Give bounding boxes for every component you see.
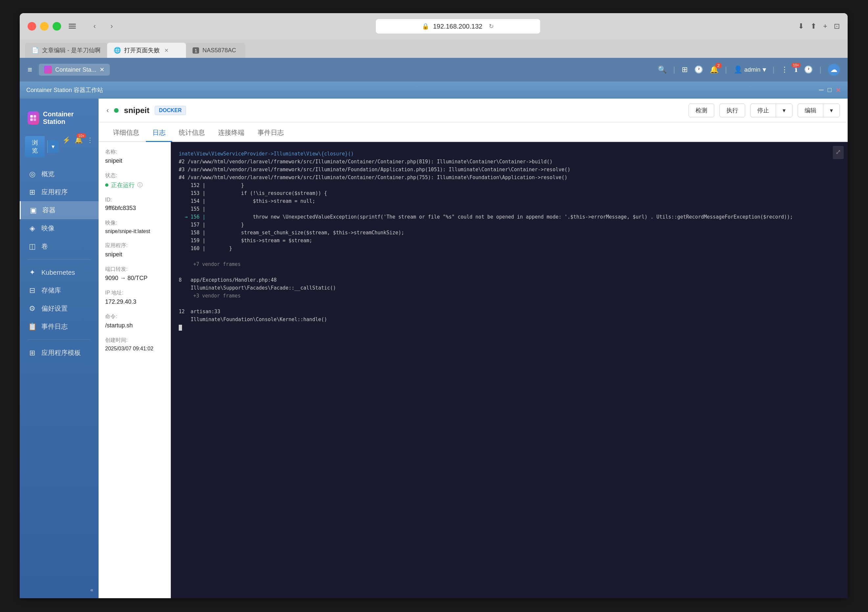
edit-chevron-button[interactable]: ▾ <box>823 104 840 117</box>
tab-terminal[interactable]: 连接终端 <box>212 124 251 142</box>
info-icon[interactable]: ℹ 10+ <box>795 65 797 74</box>
svg-rect-0 <box>69 24 76 25</box>
stop-chevron-button[interactable]: ▾ <box>776 104 792 117</box>
field-ip: IP 地址: 172.29.40.3 <box>105 290 164 305</box>
app-value: snipeit <box>105 251 164 258</box>
sidebar-item-eventlog[interactable]: 📋 事件日志 <box>20 317 99 336</box>
clock-icon[interactable]: 🕐 <box>804 65 813 74</box>
traffic-lights <box>28 22 61 31</box>
forward-button[interactable]: › <box>106 20 118 32</box>
edit-button[interactable]: 编辑 <box>798 104 823 117</box>
sidebar-item-preferences[interactable]: ⚙ 偏好设置 <box>20 300 99 317</box>
browser-tab-1[interactable]: 📄 文章编辑 - 是羊刀仙啊 <box>25 43 107 58</box>
new-tab-icon[interactable]: + <box>823 22 827 31</box>
browse-chevron-button[interactable]: ▾ <box>47 140 59 153</box>
ip-label: IP 地址: <box>105 290 164 297</box>
sidebar-item-volumes[interactable]: ◫ 卷 <box>20 237 99 255</box>
restore-button[interactable]: □ <box>828 86 832 94</box>
preferences-icon: ⚙ <box>28 304 37 313</box>
history-icon[interactable]: 🕐 <box>694 65 703 74</box>
collapse-icon: « <box>90 587 93 593</box>
edit-button-group: 编辑 ▾ <box>798 104 840 117</box>
download-icon[interactable]: ⬇ <box>798 22 804 31</box>
svg-rect-6 <box>34 118 36 121</box>
tab-stats[interactable]: 统计信息 <box>172 124 212 142</box>
app-tab-close[interactable]: ✕ <box>99 66 104 73</box>
close-traffic-light[interactable] <box>28 22 36 31</box>
browse-button[interactable]: 浏览 <box>25 136 45 157</box>
field-image: 映像: snipe/snipe-it:latest <box>105 219 164 235</box>
stop-button[interactable]: 停止 <box>750 104 776 117</box>
sidebar-item-kubernetes[interactable]: ✦ Kubernetes <box>20 264 99 281</box>
maximize-traffic-light[interactable] <box>53 22 61 31</box>
port-label: 端口转发: <box>105 266 164 273</box>
kubernetes-icon: ✦ <box>28 268 37 277</box>
command-value: /startup.sh <box>105 322 164 329</box>
search-icon[interactable]: 🔍 <box>658 65 666 74</box>
separator-1: | <box>673 65 675 74</box>
sidebar-item-storage[interactable]: ⊟ 存储库 <box>20 281 99 300</box>
app-body: Container Station 浏览 ▾ ⚡ 🔔 10+ ⋮ <box>20 99 848 598</box>
sidebar-action-icon[interactable]: ⚡ <box>62 136 71 157</box>
share-icon[interactable]: ⬆ <box>811 22 817 31</box>
sidebar-item-overview[interactable]: ◎ 概览 <box>20 165 99 183</box>
user-menu[interactable]: 👤 admin ▾ <box>734 65 766 74</box>
tab-detail[interactable]: 详细信息 <box>107 124 146 142</box>
sidebar-bell-icon[interactable]: 🔔 10+ <box>74 136 83 157</box>
sidebar-item-apps[interactable]: ⊞ 应用程序 <box>20 183 99 201</box>
sidebar-item-images[interactable]: ◈ 映像 <box>20 219 99 237</box>
command-label: 命令: <box>105 313 164 320</box>
ip-value: 172.29.40.3 <box>105 298 164 305</box>
app-label: 应用程序: <box>105 242 164 249</box>
tab-events[interactable]: 事件日志 <box>251 124 290 142</box>
back-button[interactable]: ‹ <box>89 20 101 32</box>
sidebar-more-icon[interactable]: ⋮ <box>87 136 93 157</box>
more-options-icon[interactable]: ⋮ <box>781 65 788 74</box>
app-tab-icon <box>44 66 52 74</box>
back-button[interactable]: ‹ <box>107 106 109 115</box>
extension-bar: ≡ Container Sta... ✕ 🔍 | ⊞ 🕐 🔔 2 | 👤 adm… <box>20 58 848 82</box>
tabs-overview-icon[interactable]: ⊡ <box>834 22 840 31</box>
apps-icon: ⊞ <box>28 188 37 197</box>
svg-rect-5 <box>30 118 33 121</box>
docker-badge: DOCKER <box>155 106 186 115</box>
name-label: 名称: <box>105 149 164 155</box>
detail-header: ‹ snipeit DOCKER 检测 执行 停止 ▾ 编辑 ▾ <box>99 99 848 122</box>
minimize-traffic-light[interactable] <box>40 22 49 31</box>
app-window-controls: ─ □ ✕ <box>819 86 841 94</box>
storage-icon: ⊟ <box>28 286 37 295</box>
status-label: 状态: <box>105 172 164 179</box>
log-panel[interactable]: ⤢ inate\View\ViewServiceProvider->Illumi… <box>171 142 848 598</box>
app-logo: Container Station <box>20 104 99 136</box>
cloud-icon[interactable]: ☁ <box>828 64 840 76</box>
created-label: 创建时间: <box>105 337 164 344</box>
field-app: 应用程序: snipeit <box>105 242 164 258</box>
browser-tab-2[interactable]: 🌐 打开页面失败 ✕ <box>107 43 186 58</box>
browser-navigation: ‹ › <box>89 20 118 32</box>
sidebar-item-containers[interactable]: ▣ 容器 <box>20 201 99 219</box>
log-expand-button[interactable]: ⤢ <box>833 146 844 159</box>
close-button[interactable]: ✕ <box>835 86 841 94</box>
tab-logs[interactable]: 日志 <box>146 124 172 142</box>
svg-rect-4 <box>34 115 36 118</box>
address-bar[interactable]: 🔒 192.168.200.132 ↻ <box>376 19 540 34</box>
status-info-icon[interactable]: ⓘ <box>137 182 143 189</box>
notifications-icon[interactable]: 🔔 2 <box>710 65 719 74</box>
execute-button[interactable]: 执行 <box>719 104 745 117</box>
grid-icon[interactable]: ⊞ <box>682 65 688 74</box>
field-created: 创建时间: 2025/03/07 09:41:02 <box>105 337 164 352</box>
browser-tab-3[interactable]: 1 NAS5878AC <box>186 43 245 58</box>
sidebar-toggle[interactable] <box>67 20 78 32</box>
field-port: 端口转发: 9090 → 80/TCP <box>105 266 164 282</box>
minimize-button[interactable]: ─ <box>819 86 824 94</box>
tab-close-2[interactable]: ✕ <box>164 47 169 54</box>
created-value: 2025/03/07 09:41:02 <box>105 346 164 352</box>
id-label: ID: <box>105 197 164 203</box>
sidebar-item-apptemplate[interactable]: ⊞ 应用程序模板 <box>20 344 99 362</box>
sidebar-collapse-button[interactable]: « <box>20 582 99 598</box>
app-tab[interactable]: Container Sta... ✕ <box>39 64 110 76</box>
svg-rect-3 <box>30 115 33 118</box>
tab-number-3: 1 <box>192 47 199 54</box>
hamburger-menu[interactable]: ≡ <box>28 65 32 74</box>
detect-button[interactable]: 检测 <box>689 104 714 117</box>
